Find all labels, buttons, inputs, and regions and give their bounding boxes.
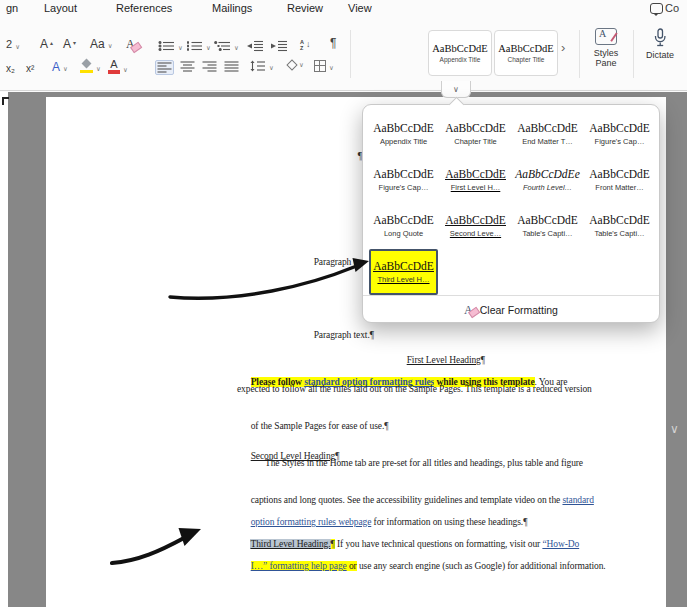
align-left-button[interactable] <box>155 60 174 75</box>
decrease-indent-button[interactable] <box>246 40 264 52</box>
style-gallery-chapter-title[interactable]: AaBbCcDdE Chapter Title <box>494 30 558 76</box>
style-item-appendix-title[interactable]: AaBbCcDdEAppendix Title <box>369 111 438 157</box>
shrink-font-label: A <box>63 38 71 50</box>
text-effects-button[interactable]: A ∨ <box>52 61 68 73</box>
style-item-second-level-heading[interactable]: AaBbCcDdESecond Leve… <box>441 203 510 249</box>
font-color-button[interactable]: A ∨ <box>108 59 128 74</box>
align-right-icon <box>202 61 217 72</box>
comment-bubble-icon <box>650 3 663 14</box>
subscript-label: x₂ <box>6 62 15 75</box>
dictate-label: Dictate <box>646 50 674 60</box>
style-item-figures-caption-2[interactable]: AaBbCcDdEFigure's Cap… <box>369 157 438 203</box>
style-item-tables-caption[interactable]: AaBbCcDdETable's Capti… <box>513 203 582 249</box>
chevron-down-icon: ∨ <box>178 44 183 52</box>
style-item-tables-caption-2[interactable]: AaBbCcDdETable's Capti… <box>585 203 654 249</box>
chevron-down-icon: ∨ <box>269 64 274 72</box>
webpage-link[interactable]: standard <box>562 495 593 505</box>
align-center-icon <box>180 61 195 72</box>
style-item-figures-caption[interactable]: AaBbCcDdEFigure's Cap… <box>585 111 654 157</box>
group-divider <box>633 30 634 78</box>
chevron-down-icon: ∨ <box>299 61 304 69</box>
chevron-down-icon: ∨ <box>234 44 239 52</box>
empty-paragraph: ¶ <box>344 134 362 179</box>
ribbon-tab-layout[interactable]: Layout <box>44 2 77 14</box>
superscript-button[interactable]: x² <box>26 62 34 75</box>
style-item-third-level-heading[interactable]: AaBbCcDdEThird Level H… <box>369 249 438 295</box>
grow-font-button[interactable]: A ▴ <box>40 38 53 50</box>
highlight-color-button[interactable]: ∨ <box>80 60 101 73</box>
window-edge <box>0 92 8 607</box>
clear-formatting-icon: A <box>464 304 473 316</box>
align-right-button[interactable] <box>202 61 217 72</box>
superscript-label: x² <box>26 62 34 75</box>
style-item-first-level-heading[interactable]: AaBbCcDdEFirst Level H… <box>441 157 510 203</box>
font-size-value: 2 <box>6 38 12 51</box>
comments-button[interactable]: Co <box>650 2 679 15</box>
increase-indent-button[interactable] <box>270 40 288 52</box>
borders-button[interactable]: ∨ <box>314 60 334 72</box>
clear-formatting-button[interactable]: A <box>126 38 135 50</box>
justify-button[interactable] <box>224 61 239 72</box>
clear-formatting-icon: A <box>126 38 135 50</box>
style-gallery-appendix-title[interactable]: AaBbCcDdE Appendix Title <box>428 30 492 76</box>
style-item-end-matter-title[interactable]: AaBbCcDdEEnd Matter T… <box>513 111 582 157</box>
ribbon-tab-view[interactable]: View <box>348 2 372 14</box>
font-color-icon: A <box>108 59 120 74</box>
text-effects-icon: A <box>52 61 60 73</box>
borders-icon <box>314 60 326 72</box>
shrink-font-button[interactable]: A ▾ <box>63 38 76 50</box>
body-line: expected to follow all the rules laid ou… <box>237 382 592 397</box>
multilevel-list-button[interactable]: ∨ <box>214 40 239 52</box>
numbering-button[interactable]: ∨ <box>186 40 211 52</box>
show-marks-button[interactable]: ¶ <box>330 37 336 50</box>
style-preview: AaBbCcDdE <box>432 43 487 54</box>
dictate-button[interactable]: Dictate <box>636 28 684 60</box>
margin-mark <box>2 97 9 105</box>
justify-icon <box>224 61 239 72</box>
align-center-button[interactable] <box>180 61 195 72</box>
gallery-more-button[interactable]: › <box>561 40 565 55</box>
bullets-button[interactable]: ∨ <box>158 40 183 52</box>
shading-button[interactable]: ∨ <box>288 61 304 69</box>
chevron-down-icon: ∨ <box>96 65 101 73</box>
chevron-down-icon: ∨ <box>123 66 128 74</box>
styles-gallery-popup: AaBbCcDdEAppendix Title AaBbCcDdEChapter… <box>362 104 660 323</box>
down-arrow-icon: ↓ <box>306 38 311 51</box>
comments-label: Co <box>665 2 679 15</box>
styles-pane-button[interactable]: A Styles Pane <box>582 28 630 68</box>
clear-formatting-menu-item[interactable]: A Clear Formatting <box>363 295 659 323</box>
highlighter-icon <box>80 60 93 73</box>
change-case-button[interactable]: Aa ∨ <box>90 38 112 50</box>
ribbon-tab-review[interactable]: Review <box>287 2 323 14</box>
style-item-chapter-title[interactable]: AaBbCcDdEChapter Title <box>441 111 510 157</box>
style-item-front-matter[interactable]: AaBbCcDdEFront Matter… <box>585 157 654 203</box>
group-divider <box>350 30 351 78</box>
grow-font-label: A <box>40 38 48 50</box>
caret-down-icon: ▾ <box>73 40 76 46</box>
ribbon-tab-mailings[interactable]: Mailings <box>212 2 252 14</box>
word-window: gn Layout References Mailings Review Vie… <box>0 0 687 607</box>
chevron-down-icon: ∨ <box>108 42 113 50</box>
chevron-down-icon: ∨ <box>453 85 459 94</box>
body-line: I…” formatting help page or use any sear… <box>237 544 606 589</box>
style-item-long-quote[interactable]: AaBbCcDdELong Quote <box>369 203 438 249</box>
style-item-fourth-level[interactable]: AaBbCcDdEeFourth Level… <box>513 157 582 203</box>
ribbon-tab-design[interactable]: gn <box>6 2 18 14</box>
style-preview: AaBbCcDdE <box>498 43 553 54</box>
line-spacing-icon <box>250 60 266 72</box>
font-size-combo[interactable]: 2 ∨ <box>6 38 20 51</box>
align-left-icon <box>157 62 172 73</box>
styles-pane-label: Styles Pane <box>594 48 619 68</box>
ribbon-tab-references[interactable]: References <box>116 2 172 14</box>
styles-pane-icon: A <box>595 28 617 45</box>
sort-az-icon: A Z <box>300 40 304 51</box>
shading-icon <box>286 59 297 70</box>
sort-button[interactable]: A Z ↓ <box>300 38 310 51</box>
help-page-link[interactable]: I…” formatting help page <box>251 561 347 571</box>
outdent-icon <box>246 40 264 52</box>
multilevel-list-icon <box>214 40 231 52</box>
scroll-chevron[interactable]: ∨ <box>670 422 679 436</box>
subscript-button[interactable]: x₂ <box>6 62 15 75</box>
group-divider <box>579 30 580 78</box>
line-spacing-button[interactable]: ∨ <box>250 60 274 72</box>
